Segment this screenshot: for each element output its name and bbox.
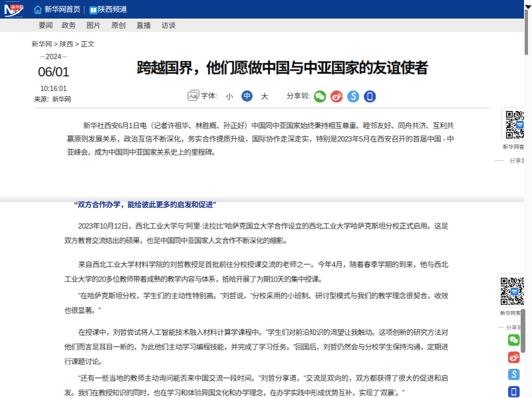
svg-text:Aa: Aa — [189, 93, 196, 100]
svg-text:WWW.XINHUANET.COM: WWW.XINHUANET.COM — [5, 16, 23, 17]
